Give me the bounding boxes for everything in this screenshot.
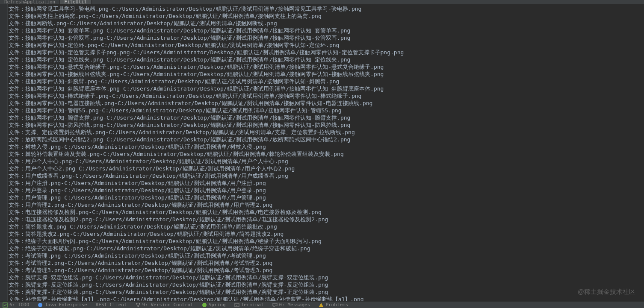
tab-refresh-application[interactable]: RefreshApplication [0, 0, 60, 4]
java-icon [38, 302, 43, 308]
tool-label: Spring [209, 302, 226, 308]
console-line: 文件：绝缘子大面积积污闪.png-C:/Users/Administrator/… [9, 238, 644, 245]
tab-label: RefreshApplication [4, 0, 55, 4]
console-line: 文件：接触网零件认知-套管双耳.png-C:/Users/Administrat… [9, 34, 644, 41]
warning-icon [319, 302, 324, 308]
console-line: 文件：接触网零件认知-棒式绝缘子.png-C:/Users/Administra… [9, 92, 644, 100]
console-line: 文件：接触网零件认知-定位管支撑卡子png.png-C:/Users/Admin… [9, 49, 644, 56]
svg-rect-6 [235, 303, 239, 307]
tool-todo[interactable]: 6: TODO [3, 302, 29, 308]
console-line: 文件：腕臂支撑-反定位组装.png-C:/Users/Administrator… [9, 281, 644, 288]
console-line: 文件：接触网零件认知-斜腕臂.png-C:/Users/Administrato… [9, 78, 644, 85]
console-line: 文件：考试管理3.png-C:/Users/Administrator/Desk… [9, 267, 644, 274]
console-line: 文件：接触网常见工具学习-验电器.png-C:/Users/Administra… [9, 5, 644, 12]
console-line: 文件：接触网零件认知-接触线吊弦线夹.png-C:/Users/Administ… [9, 70, 644, 78]
console-lines: 文件：接触网常见工具学习-验电器.png-C:/Users/Administra… [9, 5, 644, 301]
console-line: 文件：腕臂支撑-双定位组装.png-C:/Users/Administrator… [9, 274, 644, 281]
console-line: 文件：接触网零件认知-定位环.png-C:/Users/Administrato… [9, 41, 644, 49]
editor-tabs: RefreshApplication FileUtil [0, 0, 644, 4]
tool-spring[interactable]: Spring [202, 302, 226, 308]
console-line: 文件：考试管理.png-C:/Users/Administrator/Deskt… [9, 252, 644, 259]
console-line: 文件：绝缘子穿击和破损.png-C:/Users/Administrator/D… [9, 245, 644, 252]
tab-fileutil[interactable]: FileUtil [60, 0, 92, 4]
tool-rest-client[interactable]: REST Client [96, 302, 127, 308]
tool-label: Java Enterprise [44, 302, 87, 308]
console-line: 文件：接触网零件认知-电器连接跳线.png-C:/Users/Administr… [9, 100, 644, 107]
svg-point-5 [202, 303, 207, 307]
tool-label: 0: Messages [279, 302, 310, 308]
console-line: 文件：支撑、定位装置斜拉线断线.png-C:/Users/Administrat… [9, 129, 644, 136]
console-line: 文件：接触网零件认知-腕臂支撑.png-C:/Users/Administrat… [9, 114, 644, 121]
console-line: 文件：腕臂支撑-正定位组装.png-C:/Users/Administrator… [9, 288, 644, 296]
spring-icon [202, 302, 207, 308]
console-line: 文件：接触网零件认知-悬式复合绝缘子.png-C:/Users/Administ… [9, 63, 644, 70]
console-line: 文件：简答题批改.png-C:/Users/Administrator/Desk… [9, 223, 644, 230]
svg-point-1 [38, 303, 42, 307]
gutter [0, 4, 8, 301]
tool-label: REST Client [96, 302, 127, 308]
console-line: 文件：用户注册.png-C:/Users/Administrator/Deskt… [9, 179, 644, 187]
console-line: 文件：树枝入侵.png-C:/Users/Administrator/Deskt… [9, 143, 644, 150]
tool-label: Terminal [241, 302, 264, 308]
console-line: 文件：用户管理.png-C:/Users/Administrator/Deskt… [9, 194, 644, 201]
console-line: 文件：用户成绩查看.png-C:/Users/Administrator/Des… [9, 172, 644, 179]
checkbox-icon [3, 302, 8, 308]
tool-messages[interactable]: 0: Messages [272, 302, 310, 308]
status-bar: 6: TODO Java Enterprise REST Client 9: V… [0, 301, 644, 308]
console-line: 文件：用户个人中心2.png-C:/Users/Administrator/De… [9, 165, 644, 172]
console-line: 文件：棘轮补偿装置组装及安装.png-C:/Users/Administrato… [9, 150, 644, 158]
console-line: 文件：补偿装置-补偿绳断线【a1】.png-C:/Users/Administr… [9, 296, 644, 301]
console-line: 文件：接触网零件认知-斜腕臂底座本体.png-C:/Users/Administ… [9, 85, 644, 92]
tool-label: Problems [325, 302, 348, 308]
console-line: 文件：用户管理2.png-C:/Users/Administrator/Desk… [9, 201, 644, 208]
console-line: 文件：考试管理2.png-C:/Users/Administrator/Desk… [9, 259, 644, 267]
tool-problems[interactable]: Problems [319, 302, 348, 308]
console-line: 文件：电连接器检修及检测2.png-C:/Users/Administrator… [9, 216, 644, 223]
console-line: 文件：接触网零件认知-防风拉线.png-C:/Users/Administrat… [9, 121, 644, 129]
console-line: 文件：用户个人中心.png-C:/Users/Administrator/Des… [9, 158, 644, 165]
branch-icon [136, 302, 141, 308]
console-line: 文件：简答题批改2.png-C:/Users/Administrator/Des… [9, 230, 644, 238]
console-output[interactable]: 文件：接触网常见工具学习-验电器.png-C:/Users/Administra… [0, 4, 644, 301]
terminal-icon [234, 302, 239, 308]
message-icon [272, 302, 278, 308]
tool-terminal[interactable]: Terminal [234, 302, 264, 308]
console-line: 文件：接触网零件认知-定位线夹.png-C:/Users/Administrat… [9, 56, 644, 63]
tool-java-enterprise[interactable]: Java Enterprise [38, 302, 87, 308]
console-line: 文件：用户登录.png-C:/Users/Administrator/Deskt… [9, 187, 644, 194]
tab-label: FileUtil [64, 0, 87, 4]
console-line: 文件：电连接器检修及检测.png-C:/Users/Administrator/… [9, 208, 644, 216]
console-line: 文件：接触网支柱上的鸟窝.png-C:/Users/Administrator/… [9, 12, 644, 20]
console-line: 文件：接触网断线.png-C:/Users/Administrator/Desk… [9, 20, 644, 27]
console-line: 文件：接触网零件认知-管帽55.png-C:/Users/Administrat… [9, 107, 644, 114]
tool-version-control[interactable]: 9: Version Control [136, 302, 193, 308]
console-line: 文件：接触网零件认知-套管单耳.png-C:/Users/Administrat… [9, 27, 644, 34]
console-line: 文件：放断两跨式区间中心锚结2.png-C:/Users/Administrat… [9, 136, 644, 143]
tool-label: 6: TODO [9, 302, 29, 308]
tool-label: 9: Version Control [142, 302, 193, 308]
